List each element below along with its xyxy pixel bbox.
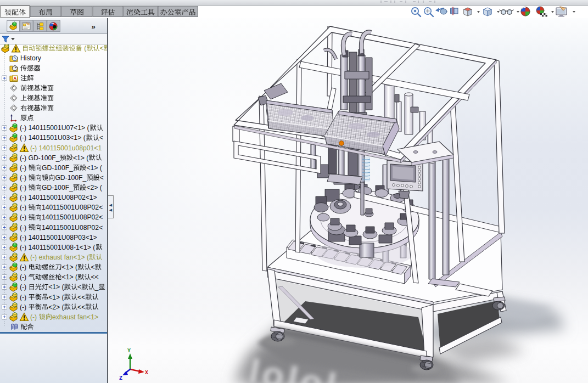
svg-text:(-): (-) — [20, 283, 29, 291]
svg-text:140115001U08P02<: 140115001U08P02< — [42, 224, 103, 232]
svg-text:<1> (: <1> ( — [48, 294, 64, 301]
svg-text:History: History — [20, 54, 42, 62]
svg-text:<: < — [77, 283, 81, 291]
svg-text:<<: << — [91, 273, 99, 281]
svg-text:Y: Y — [127, 348, 131, 354]
svg-text:(-): (-) — [20, 164, 29, 172]
svg-text:exhaust fan<1>: exhaust fan<1> — [52, 313, 98, 321]
svg-text:<2> (: <2> ( — [86, 184, 102, 192]
svg-text:X: X — [145, 370, 148, 376]
svg-text:<: < — [91, 263, 95, 271]
svg-text:<1> (: <1> ( — [48, 283, 64, 291]
svg-text:(-): (-) — [20, 303, 29, 311]
svg-text:<1> (: <1> ( — [62, 273, 77, 281]
svg-text:GD-100F_: GD-100F_ — [55, 174, 86, 182]
svg-text:»: » — [91, 22, 95, 31]
svg-text:Z: Z — [119, 375, 122, 381]
svg-text:<<: << — [77, 294, 85, 301]
svg-text:(: ( — [82, 44, 86, 52]
svg-text:GD-100F_: GD-100F_ — [42, 164, 73, 172]
svg-text:(-) GD-100F_: (-) GD-100F_ — [20, 154, 60, 162]
svg-text:(-): (-) — [20, 224, 29, 232]
svg-text:(-) 140115001u08p01<1: (-) 140115001u08p01<1 — [30, 144, 102, 152]
svg-text:<: < — [100, 174, 104, 182]
svg-text:(-) 140115001U08P02<1>: (-) 140115001U08P02<1> — [20, 194, 97, 201]
svg-text:<: < — [100, 44, 104, 52]
svg-text:(-): (-) — [20, 204, 29, 211]
svg-text:(-): (-) — [20, 263, 29, 271]
svg-text:A: A — [13, 76, 16, 81]
svg-text:(-): (-) — [20, 174, 29, 182]
svg-text:_: _ — [94, 283, 99, 291]
svg-text:<1> (: <1> ( — [73, 154, 88, 162]
svg-text:(-) 140115001U08P03<1>: (-) 140115001U08P03<1> — [20, 234, 97, 241]
svg-text:(-) 140115001U08-1<1> (: (-) 140115001U08-1<1> ( — [20, 244, 95, 251]
svg-text:(-) 140115001U07<1> (: (-) 140115001U07<1> ( — [20, 124, 89, 132]
svg-text:<1> (: <1> ( — [86, 164, 102, 172]
svg-text:<2> (: <2> ( — [48, 303, 64, 311]
svg-text:140115001U08P02<: 140115001U08P02< — [42, 204, 103, 211]
svg-text:<1> (: <1> ( — [62, 263, 77, 271]
svg-text:<<: << — [77, 303, 85, 311]
svg-text:(-) 14011501U03<1> (: (-) 14011501U03<1> ( — [20, 134, 86, 142]
svg-text:(-): (-) — [20, 273, 29, 281]
svg-text:(-): (-) — [30, 313, 39, 321]
svg-text:140115001U08P02<: 140115001U08P02< — [42, 213, 103, 221]
svg-text:GD-100F_: GD-100F_ — [42, 184, 73, 192]
svg-text:(-) exhaust fan<1> (: (-) exhaust fan<1> ( — [30, 254, 89, 261]
svg-text:(-): (-) — [20, 294, 29, 301]
svg-text:(-): (-) — [20, 213, 29, 221]
svg-text:(-): (-) — [20, 184, 29, 192]
svg-text:<: < — [99, 134, 103, 142]
